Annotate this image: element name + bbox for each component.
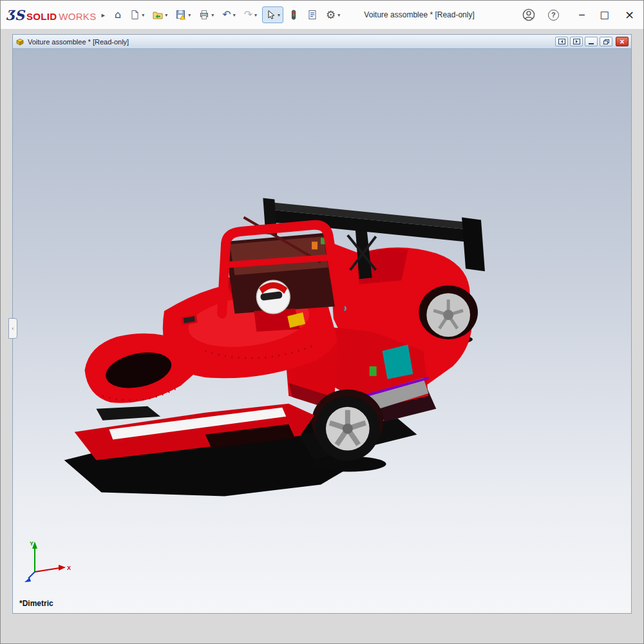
help-icon: ? [548,10,559,21]
help-button[interactable]: ? [545,7,561,23]
undo-icon: ↶ [222,10,231,20]
view-orientation-label: *Dimetric [19,599,53,608]
active-document-title: Voiture assomblee * [Read-only] [364,10,521,19]
app-window-controls: ─ □ × [579,10,638,19]
assembly-icon [15,37,24,46]
chevron-down-icon[interactable]: ▾ [278,12,280,18]
menu-flyout-arrow-icon[interactable]: ▸ [101,11,105,19]
car-model[interactable] [13,49,631,613]
quick-access-toolbar: ƷS SOLIDWORKS ▸ ⌂ ▾ ▾ [1,1,643,30]
options-button[interactable]: ⚙ ▾ [323,6,343,23]
home-button[interactable]: ⌂ [111,6,124,23]
chevron-down-icon[interactable]: ▾ [165,12,167,18]
solidworks-app-window: ƷS SOLIDWORKS ▸ ⌂ ▾ ▾ [0,0,644,644]
dock-right-icon [573,39,580,44]
dock-left-button[interactable] [555,37,568,46]
document-titlebar[interactable]: Voiture assomblee * [Read-only] [13,35,631,49]
select-cursor-icon [265,10,276,20]
topbar-right-cluster: ? ─ □ × [521,7,638,23]
doc-minimize-button[interactable] [585,37,598,46]
triad-x-label: X [67,565,71,571]
document-title: Voiture assomblee * [Read-only] [28,38,555,46]
document-window: Voiture assomblee * [Read-only] [12,34,632,614]
brand-works: WORKS [59,11,96,22]
doc-close-button[interactable]: × [616,37,629,46]
file-properties-icon [307,10,317,20]
dock-right-button[interactable] [570,37,583,46]
chevron-down-icon[interactable]: ▾ [337,12,340,18]
doc-restore-button[interactable] [600,37,612,46]
select-tool-button[interactable]: ▾ [262,6,283,23]
minimize-icon [589,43,594,44]
home-icon: ⌂ [115,10,121,20]
orientation-triad: Y X [22,538,73,583]
restore-icon [603,39,609,44]
maximize-button[interactable]: □ [600,10,609,19]
chevron-down-icon[interactable]: ▾ [188,12,191,18]
print-button[interactable]: ▾ [196,6,217,23]
account-button[interactable] [521,7,536,23]
brand-solid: SOLID [26,11,57,22]
user-icon [522,8,535,21]
rebuild-button[interactable] [285,6,302,23]
print-icon [199,10,209,20]
redo-button[interactable]: ↷ ▾ [241,6,260,23]
chevron-down-icon[interactable]: ▾ [211,12,214,18]
open-folder-icon [153,10,163,20]
close-icon: × [620,38,624,46]
graphics-viewport[interactable]: Y X *Dimetric [13,49,631,613]
close-button[interactable]: × [625,10,634,19]
chevron-down-icon[interactable]: ▾ [233,12,236,18]
new-document-button[interactable]: ▾ [126,6,147,23]
gear-icon: ⚙ [326,10,336,20]
minimize-button[interactable]: ─ [579,10,584,19]
new-document-icon [129,10,140,20]
toolbar-buttons: ⌂ ▾ ▾ [111,6,343,23]
save-button[interactable]: ▾ [173,6,194,23]
document-window-controls: × [555,37,629,46]
undo-button[interactable]: ↶ ▾ [219,6,238,23]
save-icon [176,10,186,20]
solidworks-logo: ƷS SOLIDWORKS [6,7,96,23]
file-properties-button[interactable] [304,6,321,23]
dock-left-icon [558,39,565,44]
3ds-logo-icon: ƷS [6,7,24,23]
featuremanager-collapsed-tab[interactable]: ‹ [8,318,17,339]
chevron-down-icon[interactable]: ▾ [142,12,144,18]
rebuild-traffic-light-icon [289,10,299,20]
open-button[interactable]: ▾ [149,6,171,23]
triad-y-label: Y [30,540,33,547]
redo-icon: ↷ [244,10,252,20]
chevron-down-icon[interactable]: ▾ [254,12,257,18]
